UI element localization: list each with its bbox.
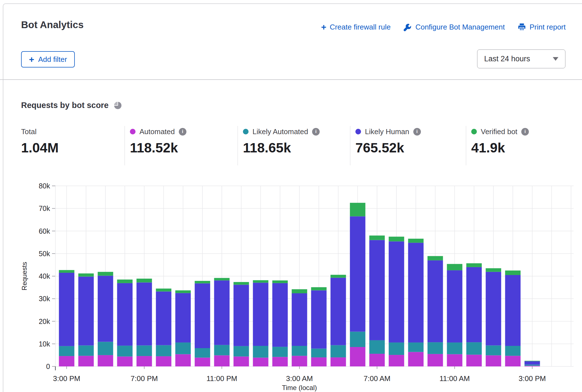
bar-segment-automated[interactable] [331,357,346,366]
bar-segment-verified-bot[interactable] [214,278,230,280]
bar-segment-automated[interactable] [486,355,501,366]
bar-segment-likely-automated[interactable] [214,345,230,355]
info-icon[interactable]: i [312,128,320,136]
bar-segment-automated[interactable] [466,355,482,366]
bar-segment-automated[interactable] [59,356,75,366]
bar-segment-likely-human[interactable] [117,283,133,346]
bar-segment-automated[interactable] [117,357,133,366]
bar-segment-likely-human[interactable] [369,240,385,340]
bar-segment-verified-bot[interactable] [234,282,249,285]
bar-segment-likely-human[interactable] [78,277,94,346]
bar-segment-likely-automated[interactable] [234,346,249,357]
bar-segment-likely-human[interactable] [156,292,172,345]
bar-segment-likely-human[interactable] [98,276,113,342]
bar-segment-automated[interactable] [428,354,443,366]
bar-segment-likely-human[interactable] [486,272,501,346]
info-icon[interactable]: i [521,128,529,136]
bar-segment-likely-automated[interactable] [156,345,172,356]
bar-segment-verified-bot[interactable] [408,239,424,243]
stat-automated[interactable]: Automated i 118.52k [130,127,186,156]
bar-segment-verified-bot[interactable] [525,361,540,361]
time-range-select[interactable]: Last 24 hours [477,49,565,68]
bar-segment-likely-human[interactable] [466,267,482,342]
bar-segment-likely-automated[interactable] [175,343,191,354]
bar-segment-verified-bot[interactable] [311,287,327,290]
bar-segment-likely-human[interactable] [214,280,230,345]
bar-segment-automated[interactable] [369,354,385,366]
bar-segment-verified-bot[interactable] [428,256,443,260]
bar-segment-automated[interactable] [350,347,366,366]
bar-segment-automated[interactable] [156,356,172,366]
bar-segment-likely-automated[interactable] [98,342,113,355]
bar-segment-likely-human[interactable] [350,216,366,332]
bar-segment-automated[interactable] [389,355,404,366]
bar-segment-automated[interactable] [195,358,210,366]
bar-segment-likely-human[interactable] [234,285,249,346]
bar-segment-automated[interactable] [408,352,424,366]
bar-segment-likely-human[interactable] [428,260,443,342]
bar-segment-likely-automated[interactable] [59,346,75,356]
bar-segment-likely-automated[interactable] [292,346,307,356]
info-icon[interactable]: i [179,128,186,136]
bar-segment-likely-human[interactable] [272,283,288,347]
bar-segment-likely-human[interactable] [292,293,307,346]
bar-segment-automated[interactable] [272,357,288,366]
bar-segment-likely-automated[interactable] [253,346,269,358]
bar-segment-likely-automated[interactable] [525,365,540,366]
bar-segment-verified-bot[interactable] [447,264,463,270]
bar-segment-automated[interactable] [525,366,540,366]
bar-segment-likely-human[interactable] [389,241,404,343]
bar-segment-likely-automated[interactable] [505,346,521,356]
bar-segment-verified-bot[interactable] [292,289,307,293]
bar-segment-automated[interactable] [98,355,113,366]
bar-segment-likely-human[interactable] [447,270,463,343]
bar-segment-verified-bot[interactable] [505,271,521,275]
bar-segment-verified-bot[interactable] [59,270,75,273]
bar-segment-likely-automated[interactable] [389,343,404,355]
print-report-link[interactable]: Print report [518,23,566,31]
bar-segment-likely-automated[interactable] [78,345,94,356]
bar-segment-verified-bot[interactable] [369,236,385,240]
bar-segment-likely-automated[interactable] [117,346,133,357]
info-icon[interactable]: i [413,128,421,136]
configure-bot-management-link[interactable]: Configure Bot Management [403,23,505,31]
bar-segment-likely-human[interactable] [195,283,210,348]
bar-segment-verified-bot[interactable] [253,280,269,283]
stat-likely-automated[interactable]: Likely Automated i 118.65k [243,127,320,156]
bar-segment-automated[interactable] [78,356,94,366]
bar-segment-verified-bot[interactable] [486,268,501,272]
bar-segment-likely-human[interactable] [331,278,346,345]
bar-segment-automated[interactable] [214,355,230,366]
bar-segment-verified-bot[interactable] [137,279,152,283]
stat-likely-human[interactable]: Likely Human i 765.52k [355,127,421,156]
bar-segment-verified-bot[interactable] [272,280,288,283]
bar-segment-likely-automated[interactable] [369,340,385,354]
bar-segment-automated[interactable] [311,357,327,366]
bar-segment-likely-automated[interactable] [486,345,501,355]
bar-segment-likely-human[interactable] [311,290,327,349]
bar-segment-likely-human[interactable] [525,361,540,365]
bar-segment-automated[interactable] [505,356,521,366]
bar-segment-verified-bot[interactable] [78,273,94,276]
bar-segment-automated[interactable] [253,358,269,366]
bar-segment-likely-automated[interactable] [272,347,288,357]
bar-segment-verified-bot[interactable] [466,263,482,267]
bar-segment-automated[interactable] [292,356,307,366]
bar-segment-likely-automated[interactable] [195,348,210,358]
bar-segment-automated[interactable] [234,357,249,366]
bar-segment-likely-human[interactable] [137,282,152,345]
create-firewall-rule-link[interactable]: + Create firewall rule [321,22,391,31]
bar-segment-verified-bot[interactable] [175,290,191,293]
bar-segment-verified-bot[interactable] [331,275,346,278]
bar-segment-likely-automated[interactable] [350,332,366,347]
bar-segment-likely-human[interactable] [505,275,521,346]
bar-segment-verified-bot[interactable] [389,237,404,242]
bar-segment-automated[interactable] [175,354,191,366]
bar-segment-verified-bot[interactable] [350,203,366,216]
bar-segment-likely-automated[interactable] [466,342,482,355]
bar-segment-verified-bot[interactable] [156,289,172,291]
bar-segment-automated[interactable] [447,354,463,366]
bar-segment-likely-human[interactable] [175,293,191,343]
bar-segment-likely-automated[interactable] [428,342,443,354]
bar-segment-likely-automated[interactable] [137,345,152,356]
